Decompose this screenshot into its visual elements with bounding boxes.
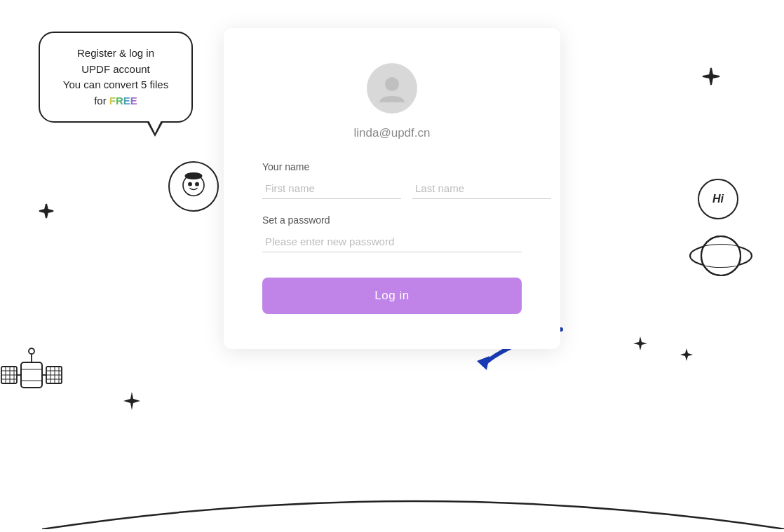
svg-point-1 bbox=[185, 173, 201, 179]
password-label: Set a password bbox=[262, 214, 522, 226]
mascot-icon bbox=[168, 161, 219, 212]
star-left-mid bbox=[39, 203, 54, 221]
name-label: Your name bbox=[262, 161, 522, 172]
name-row bbox=[262, 178, 522, 199]
svg-point-32 bbox=[385, 77, 399, 91]
bubble-text: Register & log in UPDF account You can c… bbox=[63, 47, 168, 107]
svg-rect-17 bbox=[21, 362, 42, 388]
avatar bbox=[367, 63, 417, 114]
planet-icon bbox=[689, 224, 752, 290]
svg-rect-20 bbox=[46, 367, 62, 383]
svg-point-3 bbox=[189, 183, 191, 186]
star-bottom-left bbox=[123, 392, 141, 413]
svg-rect-10 bbox=[1, 367, 17, 383]
speech-bubble: Register & log in UPDF account You can c… bbox=[39, 32, 193, 123]
star-right-mid bbox=[633, 336, 647, 353]
last-name-input[interactable] bbox=[412, 178, 551, 199]
login-card: linda@updf.cn Your name Set a password L… bbox=[224, 28, 560, 349]
hi-label: Hi bbox=[712, 193, 724, 205]
svg-point-28 bbox=[29, 348, 34, 354]
svg-point-4 bbox=[196, 183, 198, 186]
password-input[interactable] bbox=[262, 231, 522, 252]
svg-point-5 bbox=[701, 236, 741, 275]
first-name-input[interactable] bbox=[262, 178, 401, 199]
free-label: FREE bbox=[109, 95, 137, 107]
email-display: linda@updf.cn bbox=[354, 126, 431, 140]
star-top-right bbox=[701, 67, 721, 89]
svg-marker-31 bbox=[477, 356, 489, 370]
bottom-arc bbox=[42, 473, 784, 532]
star-bottom-right bbox=[680, 348, 693, 364]
svg-point-8 bbox=[690, 245, 752, 267]
hi-bubble-icon: Hi bbox=[698, 179, 738, 219]
registration-form: Your name Set a password Log in bbox=[262, 161, 522, 314]
svg-rect-2 bbox=[188, 175, 200, 177]
svg-point-6 bbox=[690, 245, 752, 267]
login-button[interactable]: Log in bbox=[262, 278, 522, 314]
svg-point-9 bbox=[701, 236, 741, 275]
svg-point-7 bbox=[702, 237, 740, 275]
svg-point-0 bbox=[183, 175, 204, 196]
satellite-icon bbox=[0, 347, 77, 406]
